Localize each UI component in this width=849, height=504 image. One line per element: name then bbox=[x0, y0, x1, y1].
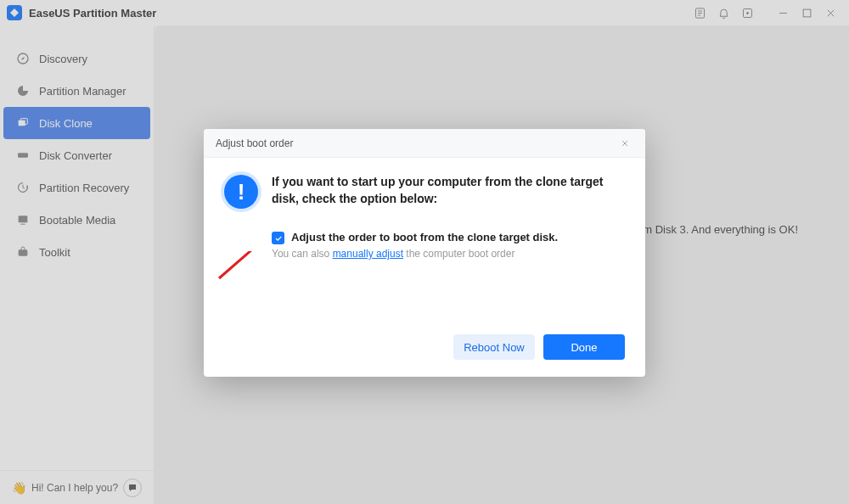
svg-rect-10 bbox=[19, 249, 28, 255]
dialog-close-button[interactable] bbox=[616, 135, 633, 152]
minimize-button[interactable] bbox=[771, 1, 795, 25]
svg-point-2 bbox=[746, 12, 748, 14]
hint-text: You can also manually adjust the compute… bbox=[204, 244, 645, 260]
compass-icon bbox=[15, 51, 31, 66]
help-row: 👋 Hi! Can I help you? bbox=[0, 470, 154, 504]
sidebar-item-partition-recovery[interactable]: Partition Recovery bbox=[3, 171, 150, 204]
sidebar-item-disk-converter[interactable]: Disk Converter bbox=[3, 139, 150, 171]
pie-icon bbox=[15, 83, 31, 98]
dialog-heading: If you want to start up your computer fr… bbox=[272, 173, 625, 208]
checkbox-label: Adjust the order to boot from the clone … bbox=[291, 231, 558, 244]
maximize-button[interactable] bbox=[795, 1, 818, 25]
svg-rect-8 bbox=[19, 216, 28, 222]
wave-icon: 👋 bbox=[12, 481, 26, 495]
sidebar-item-discovery[interactable]: Discovery bbox=[3, 42, 150, 75]
help-text: Hi! Can I help you? bbox=[31, 482, 118, 494]
popout-icon[interactable] bbox=[735, 1, 759, 25]
sidebar-item-label: Partition Recovery bbox=[39, 182, 129, 194]
disk-icon bbox=[15, 148, 31, 163]
adjust-order-checkbox[interactable] bbox=[272, 232, 284, 244]
sidebar-item-label: Disk Clone bbox=[39, 117, 93, 130]
sidebar-item-bootable-media[interactable]: Bootable Media bbox=[3, 204, 150, 236]
chat-button[interactable] bbox=[123, 479, 142, 497]
sidebar-item-label: Partition Manager bbox=[39, 85, 127, 98]
sidebar-item-toolkit[interactable]: Toolkit bbox=[3, 236, 150, 268]
bell-icon[interactable] bbox=[711, 1, 735, 25]
sidebar-item-label: Discovery bbox=[39, 53, 87, 65]
dialog-adjust-boot-order: Adjust boot order ! If you want to start… bbox=[204, 129, 645, 377]
sidebar-item-disk-clone[interactable]: Disk Clone bbox=[3, 107, 150, 139]
svg-rect-3 bbox=[803, 9, 811, 17]
app-title: EaseUS Partition Master bbox=[29, 7, 156, 20]
app-logo bbox=[7, 5, 22, 20]
sidebar-item-label: Toolkit bbox=[39, 246, 70, 259]
dialog-title: Adjust boot order bbox=[216, 137, 293, 149]
sidebar-item-label: Bootable Media bbox=[39, 214, 115, 227]
done-button[interactable]: Done bbox=[543, 334, 625, 360]
dialog-header: Adjust boot order bbox=[204, 129, 645, 158]
manually-adjust-link[interactable]: manually adjust bbox=[333, 248, 403, 260]
sidebar: Discovery Partition Manager Disk Clone D… bbox=[0, 25, 155, 504]
background-status-text: rom Disk 3. And everything is OK! bbox=[633, 223, 798, 236]
sidebar-item-label: Disk Converter bbox=[39, 149, 112, 162]
svg-rect-5 bbox=[19, 120, 25, 126]
recovery-icon bbox=[15, 180, 31, 195]
reboot-now-button[interactable]: Reboot Now bbox=[453, 334, 535, 360]
svg-rect-7 bbox=[18, 153, 28, 157]
clone-icon bbox=[15, 115, 31, 131]
media-icon bbox=[15, 212, 31, 227]
note-icon[interactable] bbox=[688, 1, 711, 25]
close-button[interactable] bbox=[818, 1, 842, 25]
titlebar: EaseUS Partition Master bbox=[0, 0, 849, 25]
sidebar-item-partition-manager[interactable]: Partition Manager bbox=[3, 75, 150, 107]
toolkit-icon bbox=[15, 244, 31, 260]
info-icon: ! bbox=[224, 175, 258, 209]
svg-rect-9 bbox=[20, 224, 25, 225]
